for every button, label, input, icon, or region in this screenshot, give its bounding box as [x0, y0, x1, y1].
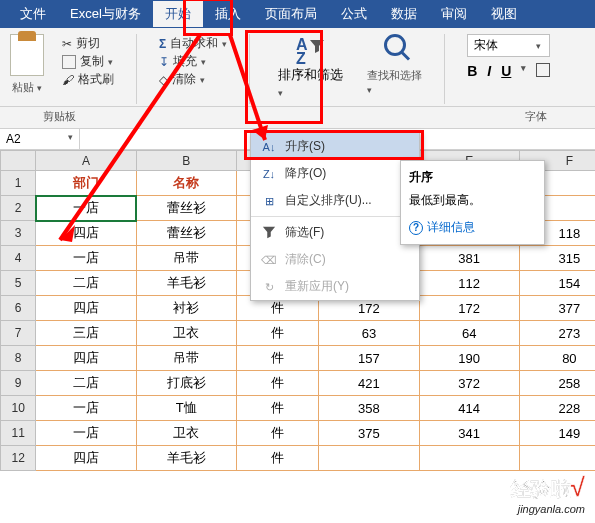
- row-header[interactable]: 11: [1, 421, 36, 446]
- cell[interactable]: 149: [519, 421, 595, 446]
- format-painter-button[interactable]: 🖌格式刷: [62, 71, 114, 88]
- menu-insert[interactable]: 插入: [203, 1, 253, 27]
- cell[interactable]: 四店: [36, 346, 136, 371]
- cell[interactable]: 二店: [36, 371, 136, 396]
- custom-sort-item[interactable]: ⊞自定义排序(U)...: [251, 187, 419, 214]
- border-button[interactable]: [536, 63, 550, 77]
- menu-data[interactable]: 数据: [379, 1, 429, 27]
- cell[interactable]: 64: [419, 321, 519, 346]
- clear-filter-icon: ⌫: [261, 252, 277, 268]
- menu-review[interactable]: 审阅: [429, 1, 479, 27]
- cell[interactable]: 228: [519, 396, 595, 421]
- cell[interactable]: 四店: [36, 221, 136, 246]
- cell-A1[interactable]: 部门: [36, 171, 136, 196]
- cell[interactable]: 羊毛衫: [136, 271, 236, 296]
- name-box[interactable]: A2 ▾: [0, 129, 80, 149]
- cell[interactable]: 羊毛衫: [136, 446, 236, 471]
- tooltip-more-link[interactable]: ?详细信息: [409, 219, 536, 236]
- cell[interactable]: 一店: [36, 396, 136, 421]
- row-header[interactable]: 5: [1, 271, 36, 296]
- cell[interactable]: 件: [236, 396, 319, 421]
- cell[interactable]: 315: [519, 246, 595, 271]
- cell[interactable]: 112: [419, 271, 519, 296]
- row-header-1[interactable]: 1: [1, 171, 36, 196]
- cell[interactable]: 154: [519, 271, 595, 296]
- find-select-button[interactable]: 查找和选择▾: [367, 34, 422, 104]
- row-header[interactable]: 10: [1, 396, 36, 421]
- sort-ascending-item[interactable]: A↓升序(S): [251, 133, 419, 160]
- cell[interactable]: 卫衣: [136, 421, 236, 446]
- cell[interactable]: 吊带: [136, 346, 236, 371]
- fill-button[interactable]: ↧填充▾: [159, 53, 227, 70]
- underline-button[interactable]: U: [501, 63, 511, 79]
- cell[interactable]: 蕾丝衫: [136, 196, 236, 221]
- clear-button[interactable]: ◇清除▾: [159, 71, 227, 88]
- cell[interactable]: 一店: [36, 246, 136, 271]
- menu-page-layout[interactable]: 页面布局: [253, 1, 329, 27]
- cell[interactable]: 卫衣: [136, 321, 236, 346]
- menu-formulas[interactable]: 公式: [329, 1, 379, 27]
- cell[interactable]: 372: [419, 371, 519, 396]
- row-header[interactable]: 9: [1, 371, 36, 396]
- row-header[interactable]: 4: [1, 246, 36, 271]
- row-header[interactable]: 3: [1, 221, 36, 246]
- row-header[interactable]: 8: [1, 346, 36, 371]
- cell[interactable]: 吊带: [136, 246, 236, 271]
- italic-button[interactable]: I: [487, 63, 491, 79]
- cell[interactable]: 273: [519, 321, 595, 346]
- row-header[interactable]: 12: [1, 446, 36, 471]
- row-header[interactable]: 6: [1, 296, 36, 321]
- row-header[interactable]: 2: [1, 196, 36, 221]
- cell[interactable]: 二店: [36, 271, 136, 296]
- cell[interactable]: 四店: [36, 296, 136, 321]
- cell[interactable]: 四店: [36, 446, 136, 471]
- menu-file[interactable]: 文件: [8, 1, 58, 27]
- autosum-button[interactable]: Σ自动求和▾: [159, 35, 227, 52]
- cell[interactable]: 衬衫: [136, 296, 236, 321]
- cell[interactable]: 341: [419, 421, 519, 446]
- cell[interactable]: 381: [419, 246, 519, 271]
- cell[interactable]: 421: [319, 371, 419, 396]
- cell[interactable]: 蕾丝衫: [136, 221, 236, 246]
- bold-button[interactable]: B: [467, 63, 477, 79]
- cell[interactable]: 三店: [36, 321, 136, 346]
- cell[interactable]: T恤: [136, 396, 236, 421]
- cell[interactable]: 157: [319, 346, 419, 371]
- paste-icon[interactable]: [10, 34, 44, 76]
- cell[interactable]: 414: [419, 396, 519, 421]
- cell[interactable]: [519, 446, 595, 471]
- cell[interactable]: 63: [319, 321, 419, 346]
- cell[interactable]: 375: [319, 421, 419, 446]
- cell[interactable]: [319, 446, 419, 471]
- cell[interactable]: 377: [519, 296, 595, 321]
- cell[interactable]: 258: [519, 371, 595, 396]
- menu-excel-finance[interactable]: Excel与财务: [58, 1, 153, 27]
- select-all-corner[interactable]: [1, 151, 36, 171]
- row-header[interactable]: 7: [1, 321, 36, 346]
- font-name-dropdown[interactable]: 宋体▾: [467, 34, 550, 57]
- cell[interactable]: 打底衫: [136, 371, 236, 396]
- col-header-A[interactable]: A: [36, 151, 136, 171]
- filter-item[interactable]: 筛选(F): [251, 219, 419, 246]
- cell[interactable]: 件: [236, 346, 319, 371]
- col-header-B[interactable]: B: [136, 151, 236, 171]
- copy-button[interactable]: 复制▾: [62, 53, 114, 70]
- cut-button[interactable]: ✂剪切: [62, 35, 114, 52]
- cell[interactable]: 件: [236, 371, 319, 396]
- cell[interactable]: 190: [419, 346, 519, 371]
- menu-home[interactable]: 开始: [153, 1, 203, 27]
- cell[interactable]: 件: [236, 446, 319, 471]
- cell[interactable]: 80: [519, 346, 595, 371]
- cell[interactable]: 一店: [36, 421, 136, 446]
- menu-view[interactable]: 视图: [479, 1, 529, 27]
- cell-B1[interactable]: 名称: [136, 171, 236, 196]
- clear-filter-item: ⌫清除(C): [251, 246, 419, 273]
- cell[interactable]: 件: [236, 421, 319, 446]
- cell[interactable]: 件: [236, 321, 319, 346]
- sort-descending-item[interactable]: Z↓降序(O): [251, 160, 419, 187]
- sort-filter-button[interactable]: AZ 排序和筛选▾: [272, 34, 349, 104]
- cell[interactable]: 358: [319, 396, 419, 421]
- cell-A2[interactable]: 一店: [36, 196, 136, 221]
- cell[interactable]: [419, 446, 519, 471]
- cell[interactable]: 172: [419, 296, 519, 321]
